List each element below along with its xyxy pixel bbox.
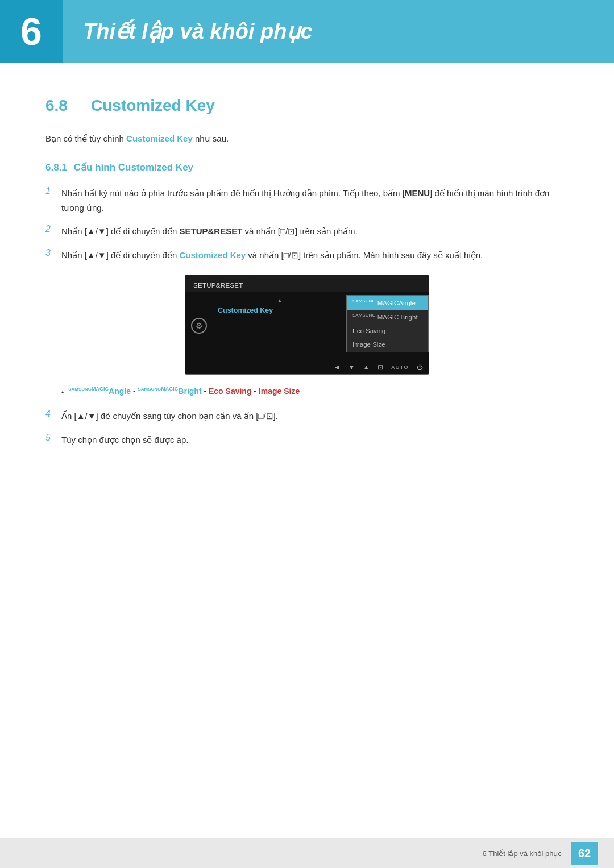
intro-text-after: như sau. (193, 134, 229, 143)
step-number-3: 3 (45, 248, 61, 258)
power-btn: ⏻ (417, 364, 423, 371)
nav-left-btn: ◄ (333, 363, 340, 371)
setup-reset-bold: SETUP&RESET (179, 226, 242, 236)
up-arrow-icon: ▲ (218, 297, 342, 304)
magic-label-2: MAGIC (377, 313, 399, 320)
screen-top-bar: SETUP&RESET (185, 275, 429, 292)
bullet-sep2: - (204, 387, 209, 396)
intro-paragraph: Bạn có thể tùy chỉnh Customized Key như … (45, 132, 569, 146)
step-5: 5 Tùy chọn được chọn sẽ được áp. (45, 433, 569, 447)
monitor-screen: SETUP&RESET ⚙ ▲ Customized Key (185, 275, 429, 374)
nav-down-btn: ▼ (348, 363, 355, 371)
bullet-angle: SAMSUNGMAGICAngle (68, 387, 131, 396)
section-title: Customized Key (91, 97, 215, 115)
screen-top-label: SETUP&RESET (193, 282, 243, 289)
monitor-screenshot: SETUP&RESET ⚙ ▲ Customized Key (45, 275, 569, 375)
step-number-4: 4 (45, 409, 61, 419)
bullet-ecosaving: Eco Saving (209, 387, 251, 396)
step-number-1: 1 (45, 186, 61, 196)
step-4: 4 Ấn [▲/▼] để chuyển sang tùy chọn bạn c… (45, 409, 569, 423)
subsection-heading: 6.8.1 Cấu hình Customized Key (45, 161, 569, 173)
steps-list-4-5: 4 Ấn [▲/▼] để chuyển sang tùy chọn bạn c… (45, 409, 569, 447)
submenu-item-imagesize: Image Size (347, 338, 428, 351)
bullet-text: SAMSUNGMAGICAngle - SAMSUNGMAGICBright -… (68, 385, 300, 398)
step-1: 1 Nhấn bất kỳ nút nào ở phía trước sản p… (45, 186, 569, 215)
step-2: 2 Nhấn [▲/▼] để di chuyển đến SETUP&RESE… (45, 224, 569, 239)
section-heading: 6.8 Customized Key (45, 97, 569, 115)
footer-page-number: 62 (571, 842, 598, 865)
subsection-title: Cấu hình Customized Key (74, 161, 193, 173)
menu-item-customized-key: Customized Key (218, 305, 342, 316)
bullet-item-1: • SAMSUNGMAGICAngle - SAMSUNGMAGICBright… (61, 385, 569, 398)
step-text-3: Nhấn [▲/▼] để di chuyển đến Customized K… (61, 248, 569, 263)
step-number-5: 5 (45, 433, 61, 443)
step-text-1: Nhấn bất kỳ nút nào ở phía trước sản phẩ… (61, 186, 569, 215)
gear-icon: ⚙ (191, 318, 207, 334)
brand-samsung: SAMSUNG (352, 298, 375, 304)
submenu-box: SAMSUNG MAGICAngle SAMSUNG MAGIC Bright … (346, 295, 429, 352)
bullet-list: • SAMSUNGMAGICAngle - SAMSUNGMAGICBright… (61, 385, 569, 398)
auto-label: AUTO (391, 364, 409, 370)
nav-enter-btn: ⊡ (377, 363, 383, 371)
step-number-2: 2 (45, 224, 61, 234)
screen-footer: ◄ ▼ ▲ ⊡ AUTO ⏻ (185, 360, 429, 374)
bullet-dot: • (61, 387, 64, 398)
chapter-header: 6 Thiết lập và khôi phục (0, 0, 614, 63)
bullet-imagesize: Image Size (259, 387, 300, 396)
submenu-item-eco: Eco Saving (347, 324, 428, 338)
page-footer: 6 Thiết lập và khôi phục 62 (0, 838, 614, 868)
bullet-bright: SAMSUNGMAGICBright (138, 387, 201, 396)
monitor-frame: SETUP&RESET ⚙ ▲ Customized Key (185, 275, 429, 375)
right-panel: SAMSUNG MAGICAngle SAMSUNG MAGIC Bright … (346, 295, 429, 356)
step-text-2: Nhấn [▲/▼] để di chuyển đến SETUP&RESET … (61, 224, 569, 239)
screen-body: ⚙ ▲ Customized Key SAMSUNG (185, 292, 429, 360)
submenu-item-bright: SAMSUNG MAGIC Bright (347, 310, 428, 324)
section-number: 6.8 (45, 97, 80, 115)
chapter-number: 6 (0, 0, 63, 63)
magic-label: MAGIC (377, 299, 399, 306)
intro-bold-term: Customized Key (126, 134, 193, 143)
main-content: 6.8 Customized Key Bạn có thể tùy chỉnh … (0, 63, 614, 513)
submenu-item-angle: SAMSUNG MAGICAngle (347, 296, 428, 310)
chapter-title: Thiết lập và khôi phục (63, 19, 313, 44)
brand-samsung-2: SAMSUNG (352, 313, 375, 318)
footer-chapter-ref: 6 Thiết lập và khôi phục (483, 849, 562, 858)
left-panel: ⚙ (185, 295, 213, 356)
customized-key-bold: Customized Key (179, 250, 246, 260)
step-text-5: Tùy chọn được chọn sẽ được áp. (61, 433, 569, 447)
step-text-4: Ấn [▲/▼] để chuyển sang tùy chọn bạn cần… (61, 409, 569, 423)
center-panel: ▲ Customized Key (213, 295, 346, 356)
subsection-number: 6.8.1 (45, 162, 67, 173)
intro-text-before: Bạn có thể tùy chỉnh (45, 134, 126, 143)
step-3: 3 Nhấn [▲/▼] để di chuyển đến Customized… (45, 248, 569, 263)
steps-list: 1 Nhấn bất kỳ nút nào ở phía trước sản p… (45, 186, 569, 262)
bullet-sep3: - (254, 387, 259, 396)
menu-bold: MENU (405, 188, 430, 198)
nav-up-btn: ▲ (363, 363, 370, 371)
